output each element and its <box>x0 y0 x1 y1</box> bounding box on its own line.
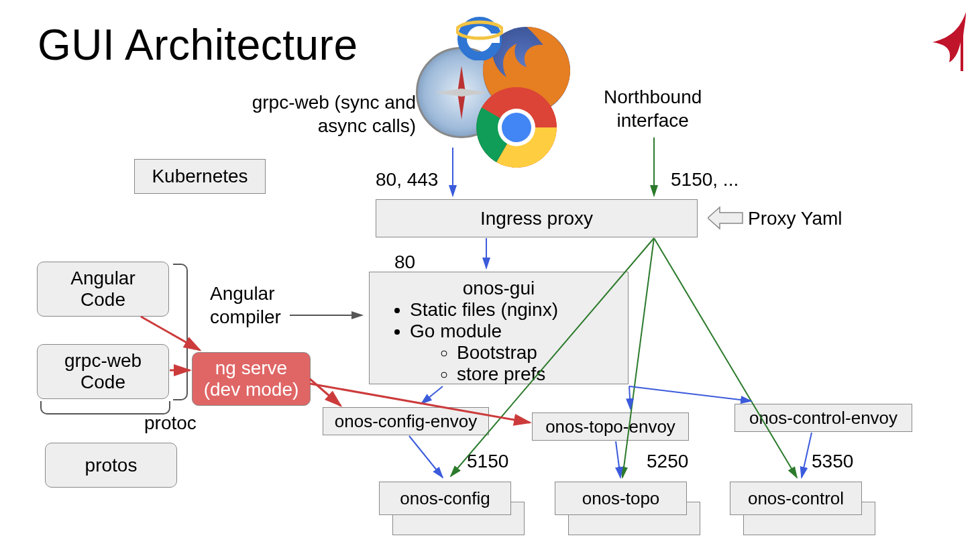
angular-code-line2: Code <box>80 289 125 311</box>
proxy-yaml-label: Proxy Yaml <box>748 207 842 230</box>
svg-line-19 <box>616 441 620 478</box>
onos-topo-envoy-box: onos-topo-envoy <box>532 412 689 441</box>
onos-config-box: onos-config <box>379 482 511 515</box>
svg-line-17 <box>629 386 751 401</box>
bird-logo-icon <box>919 12 973 72</box>
block-arrow-icon <box>708 205 745 231</box>
svg-line-20 <box>802 433 812 478</box>
svg-line-24 <box>310 379 341 406</box>
onos-control-envoy-box: onos-control-envoy <box>734 404 912 432</box>
svg-line-16 <box>629 386 631 409</box>
svg-marker-8 <box>708 207 743 229</box>
browsers-icon-group <box>416 13 570 154</box>
kubernetes-box: Kubernetes <box>134 159 266 194</box>
ingress-proxy-box: Ingress proxy <box>376 199 698 237</box>
grpcweb-code-line2: Code <box>80 372 125 393</box>
port-5150-label: 5150 <box>467 449 508 473</box>
right-brace-icon <box>173 264 188 400</box>
onos-gui-box: onos-gui Static files (nginx) Go module … <box>369 272 629 384</box>
onos-topo-box: onos-topo <box>555 482 687 515</box>
bottom-brace-icon <box>40 401 170 415</box>
port-5250-label: 5250 <box>647 449 688 473</box>
svg-line-14 <box>654 238 797 478</box>
onos-gui-bullet-static: Static files (nginx) <box>410 299 614 321</box>
ng-serve-line1: ng serve <box>215 357 287 379</box>
page-title: GUI Architecture <box>38 20 358 70</box>
angular-code-box: Angular Code <box>37 262 169 317</box>
northbound-label: Northbound interface <box>604 85 702 132</box>
onos-control-box: onos-control <box>730 482 862 515</box>
grpcweb-code-line1: grpc-web <box>64 350 142 372</box>
onos-gui-sub-bootstrap: Bootstrap <box>457 342 614 364</box>
ng-serve-line2: (dev mode) <box>204 379 299 400</box>
angular-compiler-label: Angular compiler <box>210 282 281 329</box>
chrome-icon <box>476 87 557 168</box>
onos-gui-bullet-go: Go module Bootstrap store prefs <box>410 321 614 385</box>
grpc-web-calls-label: grpc-web (sync and async calls) <box>235 91 416 137</box>
angular-code-line1: Angular <box>70 268 135 289</box>
svg-line-15 <box>421 386 443 404</box>
onos-config-envoy-box: onos-config-envoy <box>323 407 489 435</box>
svg-line-18 <box>409 436 443 478</box>
onos-gui-title: onos-gui <box>383 278 614 299</box>
port-5350-label: 5350 <box>812 449 853 473</box>
protoc-label: protoc <box>144 411 197 435</box>
grpcweb-code-box: grpc-web Code <box>37 344 169 399</box>
protos-box: protos <box>45 443 177 488</box>
ng-serve-box: ng serve (dev mode) <box>192 352 311 406</box>
ports-left-label: 80, 443 <box>376 168 438 191</box>
ports-right-label: 5150, ... <box>671 168 739 191</box>
svg-point-7 <box>502 113 531 142</box>
ie-icon <box>456 13 503 60</box>
onos-gui-sub-prefs: store prefs <box>457 364 614 385</box>
port-80-label: 80 <box>394 250 415 274</box>
